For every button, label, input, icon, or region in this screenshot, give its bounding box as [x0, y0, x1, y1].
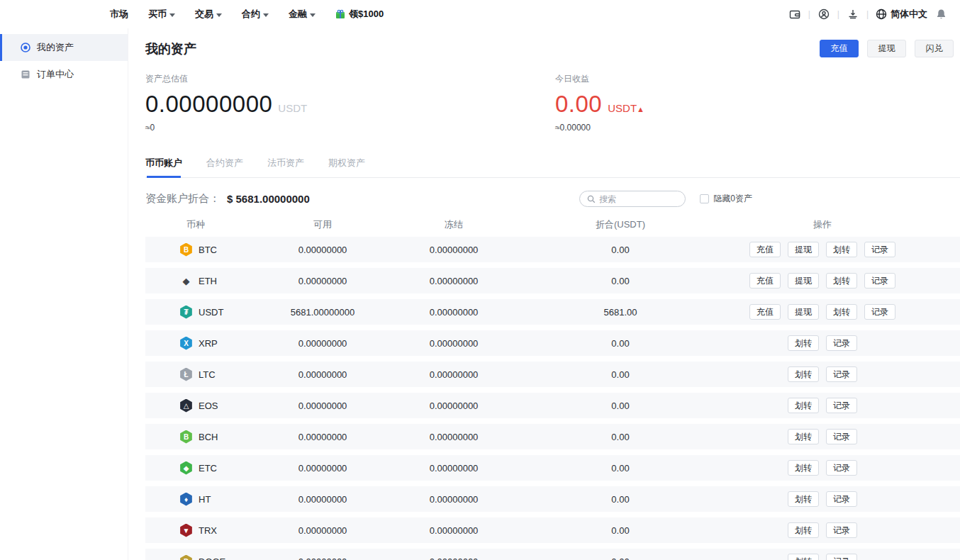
hide-zero-toggle[interactable]: 隐藏0资产: [700, 193, 752, 205]
coin-icon: B: [179, 430, 193, 444]
withdraw-button[interactable]: 提现: [788, 304, 819, 320]
frozen-value: 0.00000000: [394, 494, 514, 505]
transfer-button[interactable]: 划转: [826, 273, 857, 289]
table-row: Đ DOGE 0.00000000 0.00000000 0.00 划转记录: [145, 549, 960, 560]
record-button[interactable]: 记录: [826, 460, 857, 476]
converted-value: 0.00: [514, 432, 727, 442]
row-actions: 划转记录: [727, 554, 960, 560]
hide-zero-checkbox[interactable]: [700, 194, 709, 203]
tab-options-assets[interactable]: 期权资产: [328, 157, 365, 177]
deposit-button[interactable]: 充值: [820, 40, 859, 57]
search-box[interactable]: [579, 191, 686, 207]
coin-cell: Ł LTC: [145, 368, 252, 381]
sidebar-item-my-assets[interactable]: 我的资产: [0, 34, 128, 61]
promo-bonus-link[interactable]: 领$1000: [335, 8, 384, 21]
withdraw-button[interactable]: 提现: [788, 242, 819, 257]
gift-icon: [335, 9, 345, 19]
chevron-down-icon: [310, 13, 316, 17]
available-value: 0.00000000: [252, 338, 394, 349]
available-value: 0.00000000: [252, 463, 394, 474]
total-asset-approx: ≈0: [145, 123, 555, 133]
main-content: 我的资产 充值 提现 闪兑 资产总估值 0.00000000 USDT ≈0 今…: [128, 28, 960, 560]
tab-contract-assets[interactable]: 合约资产: [206, 157, 243, 177]
coin-name: HT: [199, 494, 211, 505]
transfer-button[interactable]: 划转: [788, 460, 819, 476]
top-navigation-bar: 市场 买币 交易 合约 金融 领$1000 | | | 简体中文: [0, 0, 960, 28]
record-button[interactable]: 记录: [864, 242, 895, 257]
table-header: 币种 可用 冻结 折合(USDT) 操作: [145, 215, 960, 234]
transfer-button[interactable]: 划转: [788, 429, 819, 444]
row-actions: 划转记录: [727, 522, 960, 538]
transfer-button[interactable]: 划转: [788, 398, 819, 413]
withdraw-button[interactable]: 提现: [788, 273, 819, 289]
record-button[interactable]: 记录: [864, 304, 895, 320]
record-button[interactable]: 记录: [826, 366, 857, 382]
flash-exchange-button[interactable]: 闪兑: [915, 40, 954, 57]
frozen-value: 0.00000000: [394, 556, 514, 560]
col-coin: 币种: [145, 218, 252, 231]
converted-value: 0.00: [514, 463, 727, 474]
tab-fiat-assets[interactable]: 法币资产: [267, 157, 304, 177]
nav-market[interactable]: 市场: [110, 8, 128, 21]
page-title: 我的资产: [145, 40, 196, 57]
converted-value: 0.00: [514, 245, 727, 255]
transfer-button[interactable]: 划转: [788, 491, 819, 507]
transfer-button[interactable]: 划转: [788, 335, 819, 351]
withdraw-button[interactable]: 提现: [867, 40, 906, 57]
coin-name: ETH: [199, 276, 217, 286]
coin-cell: ▼ TRX: [145, 524, 252, 537]
nav-buy[interactable]: 买币: [148, 8, 175, 21]
today-profit-value: 0.00: [555, 91, 602, 118]
coin-icon: B: [179, 243, 193, 257]
total-asset-block: 资产总估值 0.00000000 USDT ≈0: [145, 73, 555, 133]
deposit-button[interactable]: 充值: [749, 273, 781, 289]
frozen-value: 0.00000000: [394, 276, 514, 286]
transfer-button[interactable]: 划转: [826, 304, 857, 320]
transfer-button[interactable]: 划转: [788, 522, 819, 538]
search-input[interactable]: [599, 194, 670, 204]
user-icon[interactable]: [817, 8, 830, 21]
funds-total-label: 资金账户折合：: [145, 192, 220, 206]
total-asset-label: 资产总估值: [145, 73, 555, 85]
divider: |: [808, 9, 810, 19]
language-selector[interactable]: 简体中文: [876, 8, 927, 21]
chevron-down-icon: [263, 13, 269, 17]
converted-value: 0.00: [514, 401, 727, 411]
download-icon[interactable]: [847, 8, 859, 21]
coin-cell: ◆ ETC: [145, 461, 252, 475]
frozen-value: 0.00000000: [394, 525, 514, 536]
available-value: 0.00000000: [252, 432, 394, 442]
transfer-button[interactable]: 划转: [826, 242, 857, 257]
record-button[interactable]: 记录: [864, 273, 895, 289]
account-tabs: 币币账户 合约资产 法币资产 期权资产: [145, 157, 960, 178]
converted-value: 0.00: [514, 525, 727, 536]
wallet-icon[interactable]: [788, 8, 801, 21]
table-row: X XRP 0.00000000 0.00000000 0.00 划转记录: [145, 330, 960, 356]
coin-icon: △: [179, 399, 193, 413]
transfer-button[interactable]: 划转: [788, 554, 819, 560]
deposit-button[interactable]: 充值: [749, 304, 781, 320]
nav-trade[interactable]: 交易: [195, 8, 222, 21]
record-button[interactable]: 记录: [826, 398, 857, 413]
notification-bell-icon[interactable]: [934, 8, 947, 21]
available-value: 0.00000000: [252, 276, 394, 286]
today-profit-block: 今日收益 0.00 USDT▲ ≈0.00000: [555, 73, 960, 133]
total-asset-value: 0.00000000: [145, 91, 272, 118]
hide-zero-label: 隐藏0资产: [713, 193, 752, 205]
record-button[interactable]: 记录: [826, 429, 857, 444]
record-button[interactable]: 记录: [826, 522, 857, 538]
nav-contract[interactable]: 合约: [242, 8, 269, 21]
deposit-button[interactable]: 充值: [749, 242, 781, 257]
nav-finance[interactable]: 金融: [289, 8, 316, 21]
tab-spot-account[interactable]: 币币账户: [145, 157, 182, 177]
record-button[interactable]: 记录: [826, 335, 857, 351]
row-actions: 充值提现划转记录: [727, 304, 960, 320]
col-frozen: 冻结: [394, 218, 514, 231]
record-button[interactable]: 记录: [826, 554, 857, 560]
funds-row: 资金账户折合： $ 5681.00000000 隐藏0资产: [145, 191, 960, 207]
record-button[interactable]: 记录: [826, 491, 857, 507]
sidebar-item-order-center[interactable]: 订单中心: [0, 61, 128, 88]
transfer-button[interactable]: 划转: [788, 366, 819, 382]
row-actions: 充值提现划转记录: [727, 242, 960, 257]
converted-value: 0.00: [514, 369, 727, 380]
